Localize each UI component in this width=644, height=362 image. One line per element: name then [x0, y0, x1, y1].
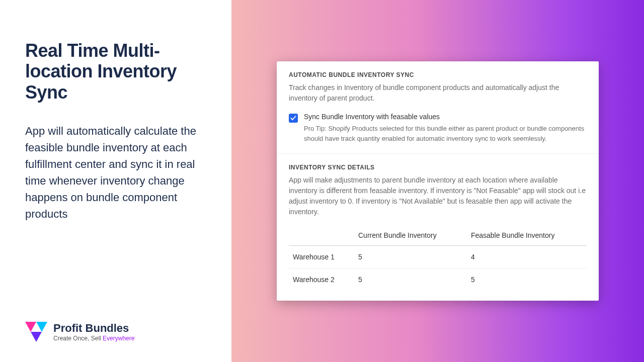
brand-text: Profit Bundles Create Once, Sell Everywh…: [53, 322, 134, 342]
sync-checkbox[interactable]: [289, 114, 298, 123]
sync-checkbox-label: Sync Bundle Inventory with feasable valu…: [304, 113, 587, 121]
col-location: [289, 226, 354, 246]
cell-feasable: 4: [467, 246, 587, 268]
details-title: INVENTORY SYNC DETAILS: [289, 164, 587, 171]
brand-logo-icon: [25, 322, 47, 342]
table-row: Warehouse 2 5 5: [289, 268, 587, 291]
gradient-right-pane: AUTOMATIC BUNDLE INVENTORY SYNC Track ch…: [231, 0, 644, 362]
cell-location: Warehouse 1: [289, 246, 354, 268]
checkbox-label-block: Sync Bundle Inventory with feasable valu…: [304, 113, 587, 143]
settings-card: AUTOMATIC BUNDLE INVENTORY SYNC Track ch…: [277, 61, 599, 301]
marketing-left-pane: Real Time Multi-location Inventory Sync …: [0, 0, 231, 362]
cell-current: 5: [354, 268, 467, 291]
sync-checkbox-row: Sync Bundle Inventory with feasable valu…: [289, 113, 587, 143]
auto-sync-desc: Track changes in Inventory of bundle com…: [289, 82, 587, 104]
tagline-prefix: Create Once, Sell: [53, 335, 103, 342]
table-header-row: Current Bundle Inventory Feasable Bundle…: [289, 226, 587, 246]
auto-sync-section: AUTOMATIC BUNDLE INVENTORY SYNC Track ch…: [277, 61, 599, 153]
col-current: Current Bundle Inventory: [354, 226, 467, 246]
description: App will automatically calculate the fea…: [25, 123, 206, 222]
brand-name: Profit Bundles: [53, 322, 134, 335]
tagline-accent: Everywhere: [103, 335, 134, 342]
cell-location: Warehouse 2: [289, 268, 354, 291]
details-desc: App will make adjustments to parent bund…: [289, 175, 587, 217]
col-feasable: Feasable Bundle Inventory: [467, 226, 587, 246]
left-content: Real Time Multi-location Inventory Sync …: [25, 40, 206, 312]
sync-details-section: INVENTORY SYNC DETAILS App will make adj…: [277, 153, 599, 301]
cell-current: 5: [354, 246, 467, 268]
cell-feasable: 5: [467, 268, 587, 291]
brand-tagline: Create Once, Sell Everywhere: [53, 335, 134, 342]
headline: Real Time Multi-location Inventory Sync: [25, 40, 206, 103]
sync-checkbox-hint: Pro Tip: Shopify Products selected for t…: [304, 124, 587, 143]
auto-sync-title: AUTOMATIC BUNDLE INVENTORY SYNC: [289, 71, 587, 78]
table-row: Warehouse 1 5 4: [289, 246, 587, 268]
brand-block: Profit Bundles Create Once, Sell Everywh…: [25, 322, 206, 342]
inventory-table: Current Bundle Inventory Feasable Bundle…: [289, 226, 587, 291]
check-icon: [290, 115, 296, 121]
